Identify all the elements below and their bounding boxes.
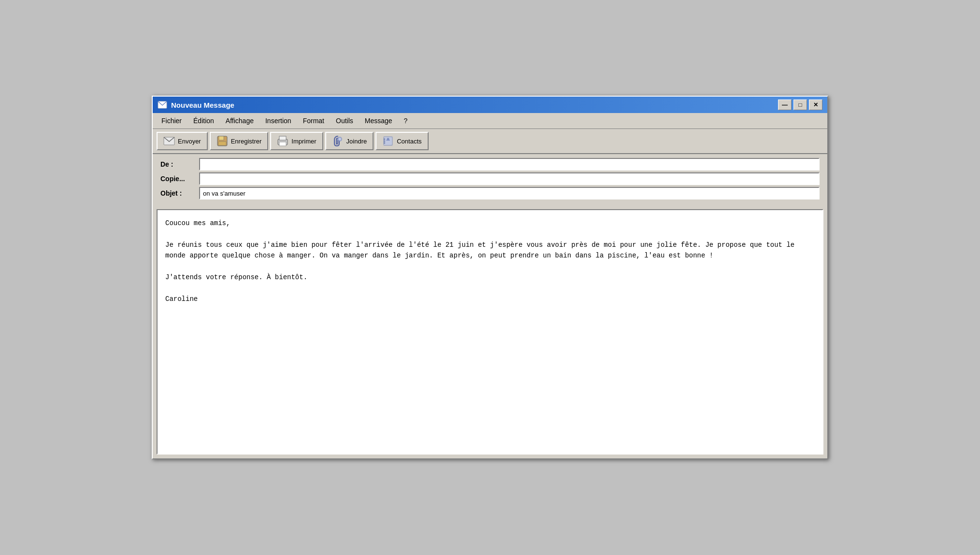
cc-input[interactable] <box>199 172 820 185</box>
close-button[interactable]: ✕ <box>809 100 822 110</box>
toolbar: Envoyer Enregistrer Imprimer <box>153 129 827 154</box>
svg-rect-14 <box>384 142 385 143</box>
menu-fichier[interactable]: Fichier <box>157 115 187 127</box>
contacts-icon <box>382 135 394 147</box>
minimize-button[interactable]: — <box>778 100 792 110</box>
cc-label: Copie... <box>160 175 199 183</box>
print-button[interactable]: Imprimer <box>270 132 323 150</box>
subject-label: Objet : <box>160 189 199 197</box>
print-label: Imprimer <box>291 138 316 145</box>
window-title: Nouveau Message <box>171 101 234 109</box>
menu-format[interactable]: Format <box>298 115 329 127</box>
svg-rect-13 <box>384 141 385 142</box>
window-icon <box>158 101 167 109</box>
contacts-label: Contacts <box>397 138 421 145</box>
svg-rect-6 <box>279 136 286 140</box>
send-button[interactable]: Envoyer <box>157 132 208 150</box>
send-icon <box>163 135 175 147</box>
contacts-button[interactable]: Contacts <box>375 132 428 150</box>
menu-help[interactable]: ? <box>399 115 413 127</box>
message-body-wrapper <box>157 209 823 455</box>
menu-outils[interactable]: Outils <box>331 115 358 127</box>
title-bar-left: Nouveau Message <box>158 101 234 109</box>
from-row: De : <box>160 158 820 171</box>
attach-label: Joindre <box>346 138 367 145</box>
title-bar: Nouveau Message — □ ✕ <box>153 97 827 113</box>
print-icon <box>277 135 288 147</box>
subject-input[interactable] <box>199 187 820 199</box>
attach-icon <box>332 135 344 147</box>
menu-insertion[interactable]: Insertion <box>260 115 296 127</box>
attach-button[interactable]: Joindre <box>325 132 374 150</box>
email-compose-window: Nouveau Message — □ ✕ Fichier Édition Af… <box>152 96 828 459</box>
from-label: De : <box>160 160 199 168</box>
send-label: Envoyer <box>178 138 201 145</box>
save-icon <box>216 135 228 147</box>
form-area: De : Copie... Objet : <box>153 154 827 205</box>
title-controls: — □ ✕ <box>778 100 822 110</box>
from-input[interactable] <box>199 158 820 171</box>
message-body[interactable] <box>158 210 822 452</box>
cc-row: Copie... <box>160 172 820 185</box>
subject-row: Objet : <box>160 187 820 199</box>
svg-point-9 <box>338 138 341 141</box>
svg-point-15 <box>387 138 389 141</box>
svg-rect-12 <box>384 139 385 140</box>
svg-rect-7 <box>279 142 286 146</box>
svg-rect-3 <box>219 136 224 140</box>
svg-rect-4 <box>218 142 226 145</box>
menu-message[interactable]: Message <box>360 115 397 127</box>
menu-bar: Fichier Édition Affichage Insertion Form… <box>153 113 827 129</box>
save-label: Enregistrer <box>231 138 262 145</box>
menu-edition[interactable]: Édition <box>188 115 219 127</box>
maximize-button[interactable]: □ <box>793 100 807 110</box>
menu-affichage[interactable]: Affichage <box>221 115 259 127</box>
save-button[interactable]: Enregistrer <box>210 132 269 150</box>
